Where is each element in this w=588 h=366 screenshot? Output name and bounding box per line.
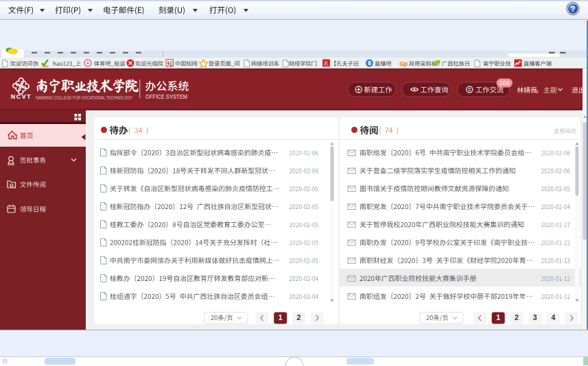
svg-text:2: 2 [515,313,519,321]
svg-text:104: 104 [499,80,510,86]
svg-text:8: 8 [368,60,371,66]
svg-text:OFFICE SYSTEM: OFFICE SYSTEM [145,93,187,100]
svg-text:p: p [404,60,408,67]
svg-text:2: 2 [296,313,301,321]
svg-text:hao: hao [42,64,49,68]
svg-text:NANNING COLLEGE FOR VOCATIONAL: NANNING COLLEGE FOR VOCATIONAL TECHNOLOG… [36,95,133,100]
svg-text:?: ? [570,5,575,13]
svg-text:NCVT: NCVT [11,93,32,100]
svg-text:1: 1 [279,313,283,321]
svg-text:3: 3 [533,313,537,321]
svg-text:1: 1 [496,313,500,321]
svg-text:4: 4 [551,313,555,321]
